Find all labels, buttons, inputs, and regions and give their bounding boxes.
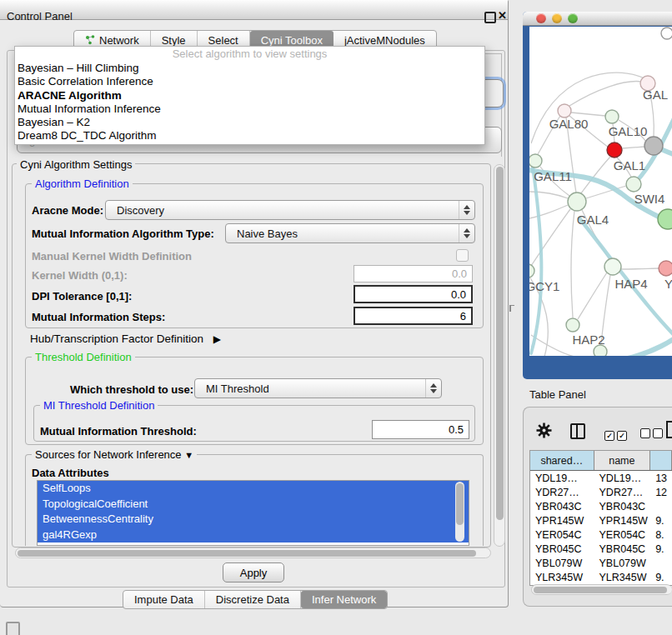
table-cell[interactable]: YBR043C — [530, 499, 594, 513]
mi-threshold-field[interactable]: 0.5 — [372, 420, 469, 439]
stepper-icon[interactable] — [425, 379, 441, 398]
table-cell[interactable]: YER054C — [530, 528, 594, 542]
column-header-hidden[interactable] — [650, 451, 672, 470]
table-row[interactable]: YBL079WYBL079W — [530, 556, 672, 570]
node-GAL10[interactable] — [605, 110, 619, 123]
minimize-traffic-light-icon[interactable] — [552, 13, 562, 23]
column-header-name[interactable]: name — [594, 451, 651, 470]
document-icon[interactable] — [666, 421, 672, 438]
which-threshold-combo[interactable]: MI Threshold — [194, 378, 442, 398]
stepper-icon[interactable] — [459, 224, 474, 242]
attribute-item[interactable]: SelfLoops — [38, 481, 469, 497]
tab-discretize-data[interactable]: Discretize Data — [205, 591, 301, 608]
algorithm-option[interactable]: Mutual Information Inference — [15, 102, 484, 116]
table-cell[interactable]: YDL19… — [594, 471, 651, 485]
network-edge — [531, 209, 570, 266]
node-bottom[interactable] — [594, 345, 607, 356]
table-cell[interactable]: 12 — [650, 485, 672, 499]
table-horizontal-scrollbar[interactable] — [531, 584, 672, 595]
table-row[interactable]: YER054CYER054C8. — [530, 528, 672, 542]
algorithm-option[interactable]: Bayesian – Hill Climbing — [15, 62, 484, 75]
table-cell[interactable]: YDR27… — [530, 485, 594, 499]
node-Y[interactable] — [659, 261, 672, 276]
docked-panel-icon[interactable] — [6, 622, 20, 635]
split-columns-icon[interactable] — [570, 423, 585, 439]
table-cell[interactable]: YPR145W — [594, 513, 651, 528]
dpi-tolerance-field[interactable]: 0.0 — [354, 285, 473, 303]
node-SWI4[interactable] — [626, 177, 641, 192]
node-top-right[interactable] — [661, 28, 672, 39]
network-canvas[interactable]: GALGAL80GAL10GAL1GAL11SWI4GAL4GCY1HAP4YH… — [529, 27, 672, 356]
node-HAP4[interactable] — [604, 258, 621, 275]
table-cell[interactable]: 9. — [650, 513, 672, 528]
table-cell[interactable]: YPR145W — [530, 513, 594, 528]
table-row[interactable]: YPR145WYPR145W9. — [530, 513, 672, 528]
table-cell[interactable]: YDL19… — [530, 471, 594, 485]
algorithm-option[interactable]: ARACNE Algorithm — [15, 89, 484, 102]
expand-right-icon[interactable]: ▶ — [213, 333, 221, 345]
panel-divider[interactable] — [509, 305, 514, 312]
control-panel-titlebar[interactable] — [0, 0, 508, 20]
attribute-item[interactable]: BetweennessCentrality — [38, 512, 469, 528]
tab-impute-data[interactable]: Impute Data — [123, 591, 205, 608]
table-cell[interactable]: YBR045C — [530, 542, 594, 556]
attribute-item[interactable]: gal4RGexp — [38, 528, 469, 543]
settings-horizontal-scrollbar[interactable] — [15, 548, 491, 558]
algorithm-option[interactable]: Bayesian – K2 — [15, 116, 484, 129]
apply-button[interactable]: Apply — [223, 562, 284, 582]
stepper-icon[interactable] — [459, 201, 474, 219]
table-cell[interactable]: YBR043C — [594, 499, 651, 513]
attributes-scrollbar[interactable] — [455, 482, 464, 542]
data-attributes-list[interactable]: SelfLoopsTopologicalCoefficientBetweenne… — [37, 480, 469, 546]
manual-kernel-checkbox[interactable] — [456, 249, 469, 262]
tab-infer-network[interactable]: Infer Network — [301, 591, 387, 608]
mi-type-combo[interactable]: Naive Bayes — [225, 223, 475, 243]
node-HAP2[interactable] — [566, 318, 579, 332]
network-window-titlebar[interactable] — [523, 12, 672, 26]
table-row[interactable]: YLR345WYLR345W9. — [530, 570, 672, 584]
hub-definition-expander[interactable]: Hub/Transcription Factor Definition ▶ — [30, 332, 221, 345]
algorithm-option[interactable]: Dream8 DC_TDC Algorithm — [15, 129, 484, 142]
table-cell[interactable]: 9. — [650, 570, 672, 584]
node-GCY1[interactable] — [529, 264, 534, 278]
node-GAL11[interactable] — [529, 154, 542, 168]
kernel-width-field[interactable]: 0.0 — [354, 265, 473, 282]
algorithm-option[interactable]: Basic Correlation Inference — [15, 75, 484, 88]
table-cell[interactable]: 13 — [650, 471, 672, 485]
table-cell[interactable]: YBR045C — [594, 542, 651, 556]
zoom-traffic-light-icon[interactable] — [568, 13, 578, 23]
node-gray[interactable] — [644, 137, 663, 155]
float-window-icon[interactable] — [484, 12, 496, 23]
node-GAL1[interactable] — [607, 142, 622, 158]
sources-group-title[interactable]: Sources for Network Inference ▼ — [32, 448, 197, 461]
node-green[interactable] — [658, 209, 672, 229]
table-cell[interactable]: 9. — [650, 542, 672, 556]
column-header-shared[interactable]: shared… — [530, 451, 594, 470]
table-cell[interactable]: YBL079W — [530, 556, 594, 570]
attribute-item[interactable]: TopologicalCoefficient — [38, 497, 469, 512]
table-cell[interactable] — [650, 499, 672, 513]
checked-pair-icon[interactable]: ✓✓ — [604, 427, 629, 442]
aracne-mode-combo[interactable]: Discovery — [105, 200, 475, 220]
table-cell[interactable]: YDR27… — [594, 485, 651, 499]
table-row[interactable]: YBR045CYBR045C9. — [530, 542, 672, 556]
table-cell[interactable] — [650, 556, 672, 570]
table-cell[interactable]: YBL079W — [594, 556, 651, 570]
table-cell[interactable]: YER054C — [594, 528, 651, 542]
mi-steps-field[interactable]: 6 — [354, 307, 473, 325]
unchecked-pair-icon[interactable] — [640, 427, 665, 442]
close-traffic-light-icon[interactable] — [536, 13, 546, 23]
settings-vertical-scrollbar[interactable] — [494, 164, 505, 547]
table-header: shared…name — [530, 451, 672, 471]
close-icon[interactable]: ✕ — [498, 9, 507, 22]
node-GAL4[interactable] — [568, 192, 586, 211]
gear-icon[interactable] — [536, 422, 552, 442]
table-row[interactable]: YDR27…YDR27…12 — [530, 485, 672, 499]
collapse-down-icon[interactable]: ▼ — [184, 450, 193, 460]
table-row[interactable]: YBR043CYBR043C — [530, 499, 672, 513]
node-GAL80[interactable] — [558, 104, 571, 118]
table-row[interactable]: YDL19…YDL19…13 — [530, 471, 672, 485]
table-cell[interactable]: YLR345W — [594, 570, 651, 584]
table-cell[interactable]: 8. — [650, 528, 672, 542]
table-cell[interactable]: YLR345W — [530, 570, 594, 584]
